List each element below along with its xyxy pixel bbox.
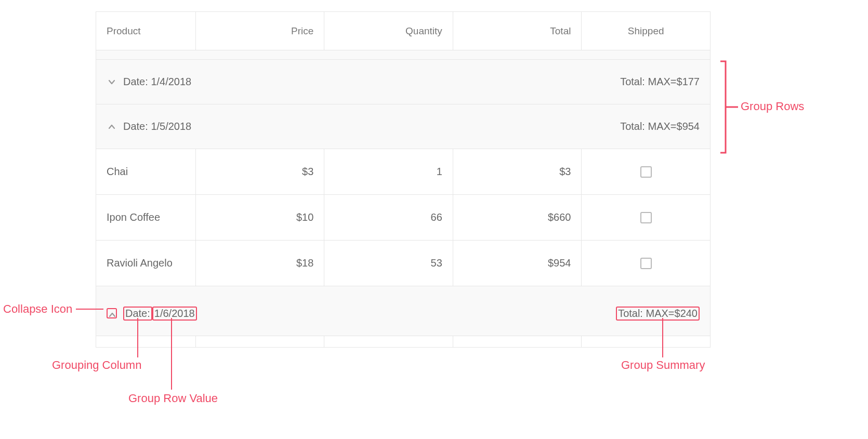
group-row[interactable]: Date: 1/5/2018 Total: MAX=$954 (96, 104, 710, 149)
group-summary: Total: MAX=$177 (620, 76, 700, 88)
group-value: 1/6/2018 (152, 307, 197, 321)
group-value: 1/5/2018 (151, 121, 191, 132)
header-gap (96, 50, 710, 59)
cell-text: Ravioli Angelo (107, 257, 173, 269)
cell-quantity: 1 (324, 149, 453, 194)
cell-text: $954 (548, 257, 571, 269)
group-row[interactable]: Date: 1/4/2018 Total: MAX=$177 (96, 59, 710, 104)
footer-cell (453, 336, 582, 347)
cell-product: Ipon Coffee (96, 194, 196, 240)
cell-product: Chai (96, 149, 196, 194)
cell-shipped (582, 149, 710, 194)
cell-quantity: 53 (324, 240, 453, 286)
cell-price: $18 (196, 240, 325, 286)
chevron-up-icon[interactable] (107, 122, 117, 132)
annotation-group-rows: Group Rows (741, 100, 804, 113)
cell-price: $3 (196, 149, 325, 194)
chevron-up-icon[interactable] (107, 308, 117, 318)
group-summary: Total: MAX=$954 (620, 121, 700, 132)
footer-cell (582, 336, 710, 347)
cell-text: 1 (437, 166, 442, 178)
annotation-group-row-value: Group Row Value (128, 392, 218, 405)
group-value: 1/4/2018 (151, 76, 191, 88)
group-prefix: Date: (123, 76, 148, 88)
group-prefix: Date: (123, 307, 152, 321)
chevron-down-icon[interactable] (107, 77, 117, 87)
cell-text: $660 (548, 211, 571, 223)
header-label: Shipped (628, 25, 664, 37)
cell-quantity: 66 (324, 194, 453, 240)
header-label: Product (107, 25, 140, 37)
header-label: Total (550, 25, 571, 37)
cell-total: $3 (453, 149, 582, 194)
column-header-shipped[interactable]: Shipped (582, 11, 710, 50)
header-label: Price (291, 25, 313, 37)
cell-text: 53 (431, 257, 442, 269)
shipped-checkbox[interactable] (640, 258, 652, 269)
annotation-grouping-column: Grouping Column (52, 358, 141, 372)
table-row[interactable]: Ipon Coffee $10 66 $660 (96, 194, 710, 240)
cell-total: $660 (453, 194, 582, 240)
cell-text: 66 (431, 211, 442, 223)
footer-cell (196, 336, 325, 347)
cell-total: $954 (453, 240, 582, 286)
column-header-quantity[interactable]: Quantity (324, 11, 453, 50)
cell-text: $3 (559, 166, 571, 178)
column-header-product[interactable]: Product (96, 11, 196, 50)
group-prefix: Date: (123, 121, 148, 132)
group-summary: Total: MAX=$240 (616, 307, 700, 321)
cell-text: $3 (302, 166, 313, 178)
header-row: Product Price Quantity Total Shipped (96, 11, 710, 50)
annotation-group-summary: Group Summary (621, 358, 705, 372)
data-grid: Product Price Quantity Total Shipped Dat… (96, 11, 711, 348)
cell-text: Ipon Coffee (107, 211, 160, 223)
shipped-checkbox[interactable] (640, 166, 652, 178)
group-row[interactable]: Date: 1/6/2018 Total: MAX=$240 (96, 291, 710, 336)
shipped-checkbox[interactable] (640, 212, 652, 223)
cell-text: $10 (296, 211, 313, 223)
cell-price: $10 (196, 194, 325, 240)
header-label: Quantity (405, 25, 442, 37)
footer-cell (324, 336, 453, 347)
cell-shipped (582, 240, 710, 286)
pre-group-gap (96, 286, 710, 291)
annotation-collapse-icon: Collapse Icon (3, 302, 72, 316)
column-header-total[interactable]: Total (453, 11, 582, 50)
cell-text: Chai (107, 166, 128, 178)
footer-cell (96, 336, 196, 347)
footer-row (96, 336, 710, 347)
column-header-price[interactable]: Price (196, 11, 325, 50)
cell-product: Ravioli Angelo (96, 240, 196, 286)
table-row[interactable]: Chai $3 1 $3 (96, 149, 710, 194)
cell-shipped (582, 194, 710, 240)
cell-text: $18 (296, 257, 313, 269)
table-row[interactable]: Ravioli Angelo $18 53 $954 (96, 240, 710, 286)
